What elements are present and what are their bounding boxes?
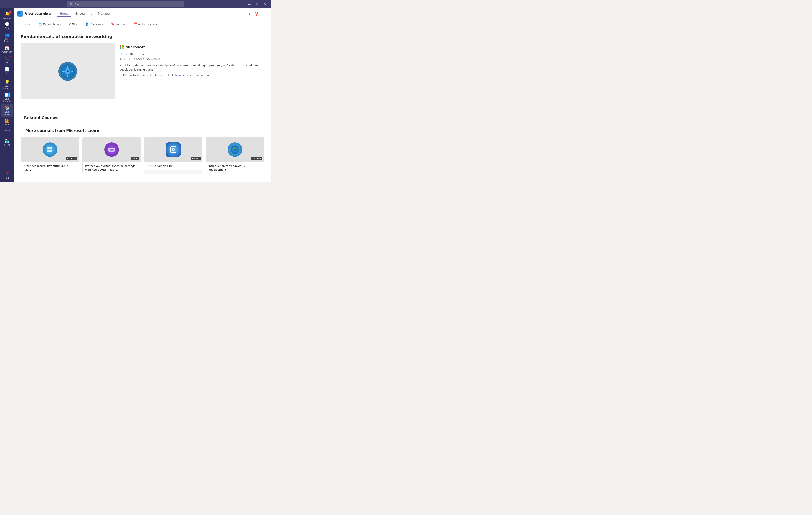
sidebar-item-viva-insights-2[interactable]: 📊 Viva Insights	[1, 91, 13, 103]
page-content: ‹ Back 🌐 Open in browser ↗ Share 👤 Recom…	[14, 19, 271, 182]
title-bar-controls: ··· — □ ✕	[240, 2, 268, 6]
detail-area: Fundamentals of computer networking	[14, 29, 271, 111]
course-card[interactable]: 6h 37m Architect secure infrastructure i…	[21, 137, 79, 174]
sidebar-item-calendar[interactable]: 📅 Calendar	[1, 44, 13, 54]
bookmark-icon: 🔖	[111, 23, 114, 26]
card-duration: 3h 4m	[191, 157, 201, 160]
help-icon: ❓	[5, 172, 10, 177]
more-courses-header[interactable]: ⌄ More courses from Microsoft Learn	[21, 128, 264, 133]
back-nav-button[interactable]: ‹	[2, 2, 6, 6]
module-icon: 📄	[119, 52, 123, 55]
open-browser-button[interactable]: 🌐 Open in browser	[36, 21, 65, 27]
svg-text:🐧: 🐧	[172, 148, 175, 151]
card-icon: 🐧	[166, 142, 180, 157]
sidebar-item-files[interactable]: 📄 Files	[1, 65, 13, 75]
svg-rect-1	[21, 12, 22, 13]
more-courses-title: More courses from Microsoft Learn	[25, 128, 99, 133]
sidebar-item-label: Viva Insights	[2, 98, 12, 102]
card-thumbnail: 🐧 3h 4m	[144, 137, 202, 162]
sidebar-item-chat[interactable]: 💬 Chat	[1, 21, 13, 31]
who-icon: 🙋	[5, 118, 10, 123]
active-indicator	[1, 107, 1, 114]
chat-icon: 💬	[5, 22, 10, 27]
help-header-button[interactable]: ❓	[253, 10, 260, 17]
title-bar-nav: ‹ ›	[2, 2, 10, 6]
sidebar-item-activity[interactable]: 2 🔔 Activity	[1, 10, 13, 20]
card-duration: 6h 37m	[66, 157, 77, 160]
maximize-button[interactable]: □	[255, 2, 260, 6]
share-button[interactable]: ↗ Share	[66, 21, 82, 27]
related-courses-header[interactable]: › Related Courses	[21, 116, 264, 120]
title-bar: ‹ › 🔍 ··· — □ ✕	[0, 0, 271, 8]
card-icon	[104, 142, 119, 157]
minimize-button[interactable]: —	[246, 2, 252, 6]
svg-point-13	[67, 66, 68, 67]
upload-date: Uploaded: 5/22/2020	[132, 57, 160, 61]
share-icon: ↗	[69, 23, 71, 26]
sidebar-item-store[interactable]: 🏪 Store	[1, 137, 13, 147]
activity-badge: 2	[9, 11, 12, 14]
viva-learning-icon: 📚	[5, 105, 10, 110]
app-nav: Home My Learning Manage	[57, 10, 112, 17]
sidebar-item-calls[interactable]: 📞 Calls	[1, 55, 13, 65]
svg-rect-20	[50, 150, 53, 152]
sidebar-item-viva-learning[interactable]: 📚 Viva Learni...	[1, 104, 13, 117]
card-body: Protect your virtual machine settings wi…	[83, 162, 141, 174]
microsoft-squares-icon	[119, 45, 124, 49]
recommend-icon: 👤	[85, 23, 88, 26]
search-input[interactable]	[75, 3, 182, 6]
course-info: Microsoft 📄 Module | 47m 👁 25 |	[119, 43, 264, 99]
calendar-icon: 📅	[5, 46, 10, 50]
calendar-add-icon: 📅	[134, 23, 137, 26]
teams-icon: 👥	[5, 32, 10, 37]
terms-link[interactable]: here	[175, 74, 181, 77]
sidebar-item-help[interactable]: ❓ Help	[1, 170, 13, 180]
sidebar-item-label: 883 Teams	[2, 38, 12, 42]
sidebar-item-label: Files	[5, 72, 9, 74]
viva-insights-1-icon: 💡	[5, 80, 10, 85]
microsoft-logo: Microsoft	[119, 45, 264, 49]
sidebar-item-label: Calls	[5, 61, 9, 64]
tab-home[interactable]: Home	[57, 10, 71, 17]
more-header-button[interactable]: ···	[262, 10, 267, 17]
sidebar-item-who[interactable]: 🙋 Who	[1, 117, 13, 127]
course-detail: Microsoft 📄 Module | 47m 👁 25 |	[21, 43, 264, 99]
course-cards-grid: 6h 37m Architect secure infrastructure i…	[21, 137, 264, 174]
back-button[interactable]: ‹ Back	[19, 21, 32, 27]
terms-suffix: or a successor location	[181, 74, 210, 77]
add-calendar-button[interactable]: 📅 Add to calendar	[131, 21, 160, 27]
provider-name: Microsoft	[125, 45, 145, 49]
course-thumbnail-icon	[58, 62, 77, 81]
forward-nav-button[interactable]: ›	[7, 2, 11, 6]
bookmark-button[interactable]: 🔖 Bookmark	[109, 21, 130, 27]
viva-insights-2-icon: 📊	[5, 92, 10, 97]
course-views-row: 👁 25 | Uploaded: 5/22/2020	[119, 57, 264, 61]
more-courses-section: ⌄ More courses from Microsoft Learn	[14, 124, 271, 178]
sidebar-item-more[interactable]: •••	[1, 127, 13, 134]
course-card[interactable]: 1h 20m Introduction to Windows 10 develo…	[206, 137, 264, 174]
sidebar-item-viva-insights-1[interactable]: 💡 Viva Insigh...	[1, 78, 13, 91]
course-description: You'll learn the fundamental principles …	[119, 63, 264, 71]
recommend-button[interactable]: 👤 Recommend	[83, 21, 108, 27]
globe-icon: 🌐	[38, 23, 41, 26]
sidebar-item-label: Chat	[5, 27, 9, 30]
close-button[interactable]: ✕	[262, 2, 268, 6]
main-content: Viva Learning Home My Learning Manage ⬡ …	[14, 8, 271, 182]
course-card[interactable]: 🐧 3h 4m SQL Server on Linux	[144, 137, 202, 174]
card-duration: 54m	[131, 157, 139, 160]
share-header-button[interactable]: ⬡	[245, 10, 251, 17]
course-card[interactable]: 54m Protect your virtual machine setting…	[83, 137, 141, 174]
calls-badge-dot	[9, 56, 11, 57]
tab-manage[interactable]: Manage	[95, 10, 112, 17]
tab-my-learning[interactable]: My Learning	[72, 10, 95, 17]
views-icon: 👁	[119, 57, 122, 61]
more-options-icon[interactable]: ···	[240, 2, 243, 6]
related-courses-chevron-icon: ›	[21, 116, 22, 119]
card-title: Protect your virtual machine settings wi…	[85, 164, 138, 172]
app-logo: Viva Learning	[18, 11, 51, 17]
sidebar-item-teams[interactable]: 👥 883 Teams	[1, 31, 13, 44]
svg-rect-0	[19, 12, 20, 13]
app-header: Viva Learning Home My Learning Manage ⬡ …	[14, 8, 271, 19]
more-courses-chevron-icon: ⌄	[21, 129, 23, 132]
svg-point-15	[62, 71, 63, 72]
